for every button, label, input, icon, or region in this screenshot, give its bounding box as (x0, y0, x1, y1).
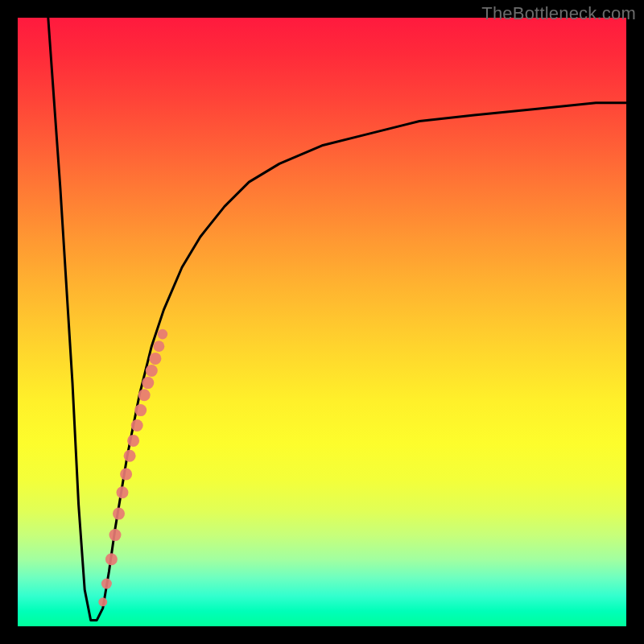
svg-point-8 (127, 435, 139, 447)
chart-svg (18, 18, 626, 626)
svg-point-16 (158, 329, 168, 340)
plot-area (18, 18, 626, 626)
svg-point-1 (101, 579, 112, 589)
svg-point-6 (120, 469, 132, 481)
svg-point-13 (146, 365, 158, 377)
svg-point-0 (98, 597, 107, 606)
outer-frame: TheBottleneck.com (0, 0, 644, 644)
svg-point-2 (105, 553, 118, 565)
svg-point-5 (117, 486, 129, 498)
svg-point-3 (109, 529, 122, 541)
svg-point-7 (124, 450, 136, 462)
svg-point-12 (142, 377, 154, 389)
svg-point-9 (131, 419, 143, 431)
bottleneck-curve (48, 18, 626, 620)
watermark-text: TheBottleneck.com (481, 3, 636, 24)
svg-point-10 (134, 404, 147, 416)
svg-point-14 (149, 353, 161, 365)
svg-point-4 (113, 508, 125, 520)
svg-point-11 (138, 389, 151, 401)
svg-point-15 (154, 341, 165, 352)
